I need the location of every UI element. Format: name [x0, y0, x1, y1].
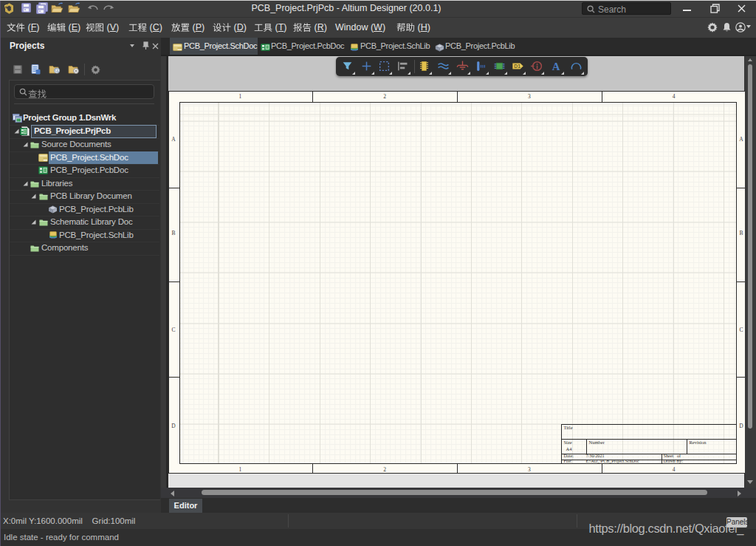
svg-text:A: A [551, 61, 560, 72]
svg-text:D1: D1 [514, 64, 520, 69]
